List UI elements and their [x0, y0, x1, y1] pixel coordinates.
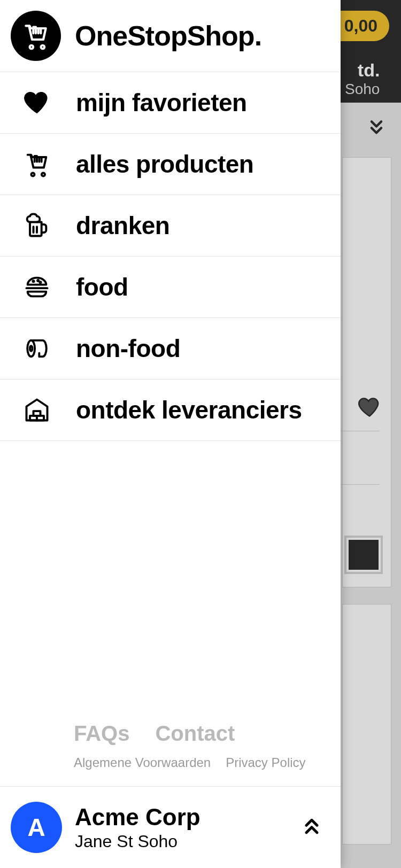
svg-point-8: [40, 282, 41, 283]
nav-item-nonfood[interactable]: non-food: [0, 318, 341, 379]
faqs-link[interactable]: FAQs: [74, 722, 129, 746]
privacy-link[interactable]: Privacy Policy: [226, 755, 305, 770]
svg-point-5: [42, 173, 45, 176]
svg-point-4: [31, 173, 34, 176]
svg-point-3: [41, 45, 45, 49]
heart-icon: [21, 89, 52, 117]
svg-rect-13: [37, 416, 44, 421]
nav-item-food[interactable]: food: [0, 257, 341, 318]
avatar: A: [11, 802, 62, 853]
nav-menu: mijn favorieten alles producten: [0, 72, 341, 441]
brand-logo: [11, 11, 61, 61]
svg-point-9: [27, 340, 35, 356]
svg-point-2: [30, 45, 34, 49]
toilet-roll-icon: [21, 335, 52, 362]
svg-point-7: [37, 280, 38, 281]
account-name: Acme Corp: [75, 804, 200, 831]
nav-item-all-products[interactable]: alles producten: [0, 134, 341, 195]
svg-point-10: [30, 346, 32, 351]
account-text: Acme Corp Jane St Soho: [75, 804, 200, 851]
nav-item-suppliers[interactable]: ontdek leveranciers: [0, 379, 341, 441]
account-location: Jane St Soho: [75, 832, 200, 851]
brand-name: OneStopShop.: [75, 20, 261, 52]
nav-item-label: mijn favorieten: [76, 88, 247, 117]
cart-logo-icon: [21, 21, 51, 51]
drawer-header[interactable]: OneStopShop.: [0, 0, 341, 72]
nav-item-label: dranken: [76, 211, 169, 240]
terms-link[interactable]: Algemene Voorwaarden: [74, 755, 211, 770]
nav-item-label: ontdek leveranciers: [76, 396, 302, 424]
navigation-drawer: OneStopShop. mijn favorieten alles produ…: [0, 0, 341, 868]
warehouse-icon: [21, 396, 52, 424]
contact-link[interactable]: Contact: [155, 722, 235, 746]
drawer-footer-links: FAQs Contact Algemene Voorwaarden Privac…: [0, 722, 341, 787]
svg-point-6: [33, 281, 34, 282]
beer-icon: [21, 212, 52, 239]
burger-icon: [21, 273, 52, 301]
nav-item-label: non-food: [76, 334, 180, 363]
nav-item-favorites[interactable]: mijn favorieten: [0, 72, 341, 134]
chevrons-up-icon: [301, 813, 329, 841]
nav-item-label: food: [76, 273, 128, 301]
account-switcher[interactable]: A Acme Corp Jane St Soho: [0, 787, 341, 868]
nav-item-label: alles producten: [76, 150, 253, 179]
cart-icon: [21, 150, 52, 178]
nav-item-drinks[interactable]: dranken: [0, 195, 341, 257]
